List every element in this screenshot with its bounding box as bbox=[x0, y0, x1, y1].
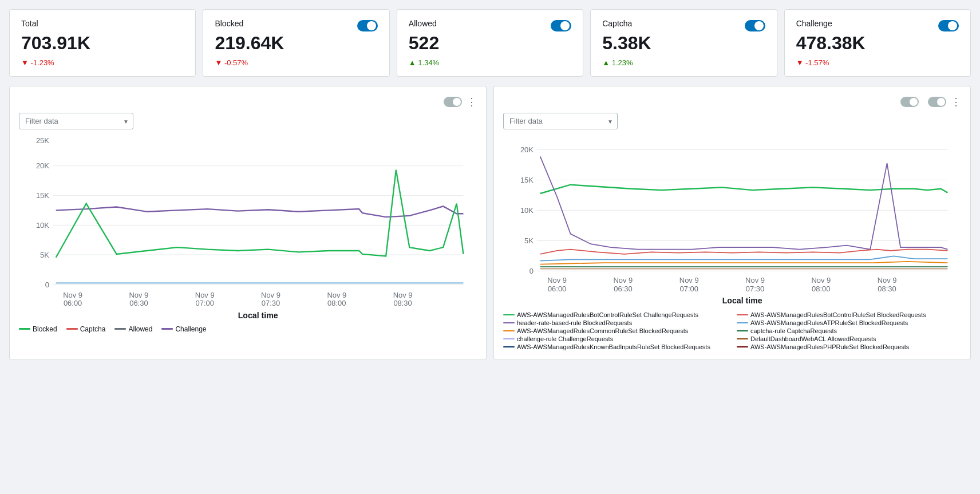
legend-rule-3: header-rate-based-rule BlockedRequests bbox=[517, 319, 632, 326]
card-title-total: Total bbox=[21, 19, 38, 28]
card-captcha: Captcha 5.38K ▲ 1.23% bbox=[590, 9, 777, 77]
card-blocked: Blocked 219.64K ▼ -0.57% bbox=[203, 9, 389, 77]
svg-text:Local time: Local time bbox=[238, 311, 278, 318]
svg-text:10K: 10K bbox=[520, 206, 534, 215]
svg-text:25K: 25K bbox=[36, 136, 49, 145]
svg-text:08:30: 08:30 bbox=[393, 299, 412, 307]
rules-menu-icon[interactable]: ⋮ bbox=[951, 96, 961, 108]
svg-text:Nov 9: Nov 9 bbox=[63, 291, 82, 299]
svg-text:Nov 9: Nov 9 bbox=[547, 276, 567, 284]
card-toggle-captcha[interactable] bbox=[745, 20, 765, 31]
action-menu-icon[interactable]: ⋮ bbox=[467, 96, 477, 108]
svg-text:Nov 9: Nov 9 bbox=[614, 276, 633, 284]
action-totals-panel: ⋮ Filter data 0 5K 10K bbox=[9, 86, 487, 360]
card-change-allowed: ▲ 1.34% bbox=[409, 58, 571, 67]
svg-text:Nov 9: Nov 9 bbox=[129, 291, 149, 299]
legend-allowed: Allowed bbox=[128, 325, 152, 333]
card-total: Total 703.91K ▼ -1.23% bbox=[9, 9, 196, 77]
svg-text:20K: 20K bbox=[36, 161, 49, 170]
svg-text:15K: 15K bbox=[36, 191, 49, 200]
legend-rule-2: AWS-AWSManagedRulesBotControlRuleSet Blo… bbox=[750, 311, 926, 318]
legend-captcha: Captcha bbox=[80, 325, 106, 333]
legend-rule-4: AWS-AWSManagedRulesATPRuleSet BlockedReq… bbox=[750, 319, 908, 326]
overlay-prior-toggle-rules[interactable] bbox=[928, 97, 946, 107]
svg-text:07:30: 07:30 bbox=[746, 284, 764, 293]
svg-text:0: 0 bbox=[45, 280, 49, 289]
top-10-rules-panel: ⋮ Filter data 0 5K 10K bbox=[493, 86, 971, 360]
legend-rule-1: AWS-AWSManagedRulesBotControlRuleSet Cha… bbox=[517, 311, 698, 318]
overlay-prior-toggle-action[interactable] bbox=[444, 97, 462, 107]
svg-text:07:30: 07:30 bbox=[262, 299, 280, 307]
card-title-allowed: Allowed bbox=[409, 19, 437, 28]
svg-text:10K: 10K bbox=[36, 221, 49, 230]
card-change-challenge: ▼ -1.57% bbox=[796, 58, 959, 67]
svg-text:06:00: 06:00 bbox=[548, 284, 566, 293]
card-allowed: Allowed 522 ▲ 1.34% bbox=[397, 9, 583, 77]
card-value-total: 703.91K bbox=[21, 33, 184, 54]
svg-text:08:00: 08:00 bbox=[812, 284, 830, 293]
svg-text:06:30: 06:30 bbox=[614, 284, 632, 293]
card-value-captcha: 5.38K bbox=[602, 33, 765, 54]
svg-text:15K: 15K bbox=[520, 176, 534, 184]
legend-blocked: Blocked bbox=[33, 325, 57, 333]
top-rules-chart: 0 5K 10K 15K 20K bbox=[503, 136, 961, 305]
legend-rule-6: captcha-rule CaptchaRequests bbox=[750, 327, 837, 334]
card-toggle-challenge[interactable] bbox=[938, 20, 959, 31]
svg-text:06:00: 06:00 bbox=[64, 299, 82, 307]
legend-challenge: Challenge bbox=[175, 325, 206, 333]
svg-text:0: 0 bbox=[529, 267, 534, 275]
legend-rule-10: AWS-AWSManagedRulesPHPRuleSet BlockedReq… bbox=[750, 343, 909, 350]
card-title-blocked: Blocked bbox=[215, 19, 243, 28]
svg-text:08:00: 08:00 bbox=[327, 299, 346, 307]
svg-text:07:00: 07:00 bbox=[196, 299, 214, 307]
svg-text:Local time: Local time bbox=[722, 296, 762, 305]
action-totals-chart: 0 5K 10K 15K 20K 25K Nov 9 06:00 Nov 9 0… bbox=[19, 136, 477, 318]
svg-text:5K: 5K bbox=[524, 236, 534, 245]
svg-text:5K: 5K bbox=[40, 251, 49, 259]
svg-text:Nov 9: Nov 9 bbox=[811, 276, 831, 284]
svg-text:Nov 9: Nov 9 bbox=[261, 291, 280, 299]
legend-rule-7: challenge-rule ChallengeRequests bbox=[517, 335, 613, 342]
svg-text:06:30: 06:30 bbox=[129, 299, 148, 307]
card-change-total: ▼ -1.23% bbox=[21, 58, 184, 67]
card-toggle-blocked[interactable] bbox=[357, 20, 378, 31]
svg-text:Nov 9: Nov 9 bbox=[327, 291, 346, 299]
svg-text:Nov 9: Nov 9 bbox=[745, 276, 765, 284]
svg-text:Nov 9: Nov 9 bbox=[195, 291, 215, 299]
legend-rule-9: AWS-AWSManagedRulesKnownBadInputsRuleSet… bbox=[517, 343, 710, 350]
svg-text:Nov 9: Nov 9 bbox=[878, 276, 897, 284]
show-count-toggle[interactable] bbox=[900, 97, 919, 107]
filter-select-rules[interactable]: Filter data bbox=[503, 113, 618, 129]
card-toggle-allowed[interactable] bbox=[551, 20, 571, 31]
card-change-captcha: ▲ 1.23% bbox=[602, 58, 765, 67]
card-value-allowed: 522 bbox=[409, 33, 571, 54]
filter-select-action[interactable]: Filter data bbox=[19, 113, 133, 129]
card-title-captcha: Captcha bbox=[602, 19, 632, 28]
svg-text:Nov 9: Nov 9 bbox=[393, 291, 413, 299]
svg-text:Nov 9: Nov 9 bbox=[679, 276, 699, 284]
top-cards-row: Total 703.91K ▼ -1.23% Blocked 219.64K ▼… bbox=[0, 0, 980, 86]
card-title-challenge: Challenge bbox=[796, 19, 832, 28]
svg-text:20K: 20K bbox=[520, 145, 534, 154]
legend-rule-8: DefaultDashboardWebACL AllowedRequests bbox=[750, 335, 876, 342]
card-value-blocked: 219.64K bbox=[215, 33, 377, 54]
card-challenge: Challenge 478.38K ▼ -1.57% bbox=[784, 9, 971, 77]
top-rules-legend: AWS-AWSManagedRulesBotControlRuleSet Cha… bbox=[503, 311, 961, 350]
svg-text:08:30: 08:30 bbox=[878, 284, 896, 293]
card-change-blocked: ▼ -0.57% bbox=[215, 58, 377, 67]
card-value-challenge: 478.38K bbox=[796, 33, 959, 54]
svg-text:07:00: 07:00 bbox=[680, 284, 698, 293]
action-totals-legend: Blocked Captcha Allowed Challenge bbox=[19, 325, 477, 333]
legend-rule-5: AWS-AWSManagedRulesCommonRuleSet Blocked… bbox=[517, 327, 688, 334]
